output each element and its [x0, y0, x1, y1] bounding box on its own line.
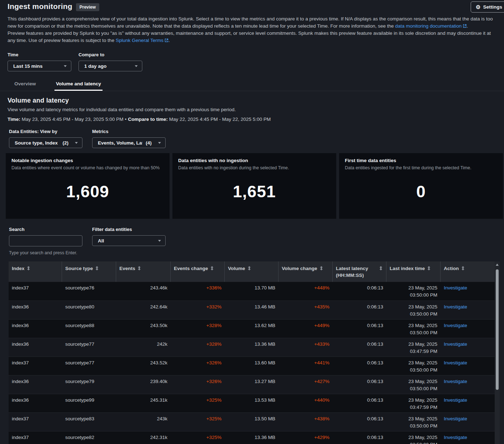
entity-controls: Data Entities: View by Source type, Inde…: [0, 122, 504, 148]
sort-icon: [427, 266, 431, 270]
column-header-volume-change[interactable]: Volume change: [279, 261, 333, 282]
card-no-ingestion: Data entities with no ingestion Data ent…: [172, 153, 336, 219]
cell-events-change: +325%: [171, 413, 225, 431]
last-index-date: 23 May, 2025: [390, 378, 437, 385]
description-text: .: [168, 38, 170, 43]
cell-events-change: +328%: [171, 338, 225, 356]
sort-icon: [247, 266, 251, 270]
scrollbar-thumb[interactable]: [496, 269, 499, 390]
column-label: Volume: [228, 265, 245, 272]
investigate-link[interactable]: Investigate: [444, 304, 467, 310]
last-index-clock: 03:50:00 PM: [390, 422, 437, 430]
cell-volume: 13.46 MB: [225, 301, 279, 319]
investigate-link[interactable]: Investigate: [444, 397, 467, 403]
table-row: index37 sourcetype82 242.31k +325% 13.36…: [9, 431, 500, 444]
cell-volume: 13.50 MB: [225, 413, 279, 431]
cell-last-index-time: 23 May, 2025 03:50:00 PM: [386, 320, 441, 338]
metrics-label: Metrics: [92, 129, 166, 134]
caret-down-icon: [75, 142, 78, 144]
table-row: index37 sourcetype83 243k +325% 13.50 MB…: [9, 412, 500, 431]
table-scrollbar[interactable]: [495, 261, 500, 444]
investigate-link[interactable]: Investigate: [444, 435, 467, 440]
investigate-link[interactable]: Investigate: [444, 341, 467, 347]
cell-action: Investigate: [441, 282, 495, 301]
cell-latest-latency: 0:06:13: [333, 320, 386, 338]
caret-down-icon: [64, 65, 67, 67]
splunk-general-terms-link[interactable]: Splunk General Terms: [116, 38, 163, 43]
column-header-events[interactable]: Events: [116, 261, 171, 282]
investigate-link[interactable]: Investigate: [444, 360, 467, 365]
description-paragraph-1: This dashboard provides a comprehensive …: [8, 15, 497, 30]
view-by-dropdown[interactable]: Source type, Index (2): [9, 137, 82, 148]
cell-events: 243.50k: [116, 320, 171, 338]
column-header-last-index-time[interactable]: Last index time: [386, 261, 441, 282]
gear-icon: ⚙: [476, 4, 480, 10]
page-title: Ingest monitoring: [8, 2, 72, 11]
cell-volume-change: +429%: [279, 431, 333, 444]
column-header-volume[interactable]: Volume: [225, 261, 279, 282]
table-row: index36 sourcetype99 245.31k +325% 13.53…: [9, 394, 500, 412]
time-range-label: Time:: [8, 117, 20, 122]
last-index-date: 23 May, 2025: [390, 341, 437, 348]
investigate-link[interactable]: Investigate: [444, 323, 467, 328]
cell-source-type: sourcetype79: [62, 375, 116, 394]
metrics-group: Metrics Events, Volume, Lat... (4): [92, 129, 166, 148]
investigate-link[interactable]: Investigate: [444, 416, 467, 421]
column-header-index[interactable]: Index: [9, 261, 62, 282]
cell-events: 239.40k: [116, 375, 171, 394]
column-label: Source type: [65, 265, 93, 272]
filter-entities-dropdown[interactable]: All: [92, 235, 166, 246]
column-header-source-type[interactable]: Source type: [62, 261, 116, 282]
card-title: Notable ingestion changes: [11, 158, 164, 163]
tab-overview[interactable]: Overview: [13, 81, 37, 91]
cell-index: index37: [9, 357, 62, 375]
cell-last-index-time: 23 May, 2025 03:50:00 PM: [386, 431, 441, 444]
cell-latest-latency: 0:06:13: [333, 338, 386, 356]
metrics-dropdown[interactable]: Events, Volume, Lat... (4): [92, 137, 166, 148]
cell-last-index-time: 23 May, 2025 03:50:00 PM: [386, 413, 441, 431]
cell-events: 242.31k: [116, 431, 171, 444]
cell-latest-latency: 0:06:13: [333, 413, 386, 431]
view-by-dropdown-value: Source type, Index: [15, 140, 59, 146]
time-dropdown[interactable]: Last 15 mins: [8, 61, 71, 71]
cell-action: Investigate: [441, 320, 495, 338]
column-header-events-change[interactable]: Events change: [171, 261, 225, 282]
caret-down-icon: [158, 240, 161, 242]
compare-to-dropdown[interactable]: 1 day ago: [79, 61, 142, 71]
investigate-link[interactable]: Investigate: [444, 285, 467, 291]
column-header-latest-latency[interactable]: Latest latency(HH:MM:SS): [333, 261, 386, 282]
cell-last-index-time: 23 May, 2025 03:50:00 PM: [386, 357, 441, 375]
sort-icon: [137, 266, 141, 270]
investigate-link[interactable]: Investigate: [444, 379, 467, 384]
description-text: Preview features are provided by Splunk …: [8, 30, 491, 43]
column-header-action[interactable]: Action: [441, 261, 495, 282]
scroll-up-arrow-icon[interactable]: [496, 264, 499, 266]
cell-index: index36: [9, 320, 62, 338]
sort-icon: [461, 266, 465, 270]
last-index-clock: 03:50:00 PM: [390, 311, 437, 318]
cell-volume: 13.36 MB: [225, 338, 279, 356]
cell-events-change: +326%: [171, 375, 225, 394]
settings-button[interactable]: ⚙ Settings: [471, 1, 504, 13]
time-label: Time: [8, 52, 71, 57]
stat-cards: Notable ingestion changes Data entities …: [6, 153, 503, 219]
data-monitoring-documentation-link[interactable]: data monitoring documentation: [395, 23, 461, 29]
column-label: Events: [119, 265, 135, 272]
external-link-icon: [165, 38, 168, 42]
cell-volume-change: +433%: [279, 338, 333, 356]
cell-index: index37: [9, 431, 62, 444]
compare-to-group: Compare to 1 day ago: [79, 52, 142, 71]
cell-source-type: sourcetype77: [62, 338, 116, 356]
last-index-date: 23 May, 2025: [390, 284, 437, 292]
compare-to-label: Compare to: [79, 52, 142, 57]
cell-action: Investigate: [441, 357, 495, 375]
sort-icon: [319, 266, 323, 270]
cell-latest-latency: 0:06:13: [333, 282, 386, 301]
tab-volume-and-latency[interactable]: Volume and latency: [54, 81, 103, 91]
search-input[interactable]: [9, 235, 82, 246]
ingest-monitoring-page: Ingest monitoring Preview ⚙ Settings Thi…: [0, 0, 504, 444]
cell-action: Investigate: [441, 431, 495, 444]
cell-source-type: sourcetype77: [62, 357, 116, 375]
filter-entities-group: Filter data entities All: [92, 227, 166, 246]
cell-events-change: +332%: [171, 301, 225, 319]
